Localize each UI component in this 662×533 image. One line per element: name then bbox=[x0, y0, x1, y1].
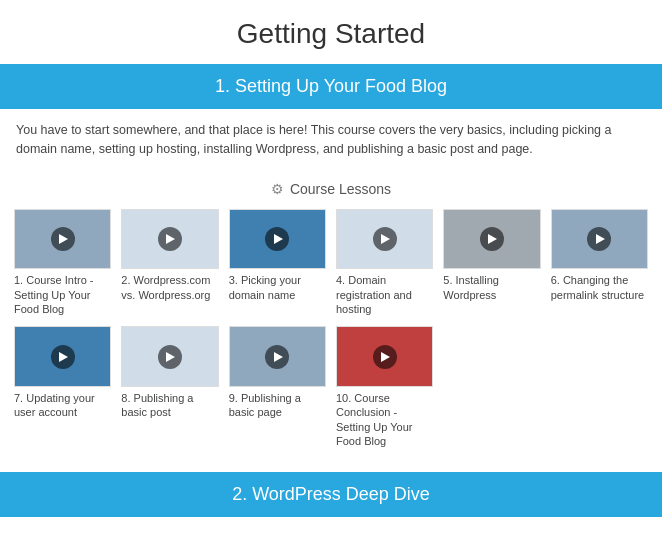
section-1-description: You have to start somewhere, and that pl… bbox=[0, 109, 662, 171]
play-icon bbox=[381, 352, 390, 362]
lesson-label: 9. Publishing a basic page bbox=[229, 391, 326, 420]
play-icon bbox=[59, 352, 68, 362]
play-button[interactable] bbox=[51, 345, 75, 369]
lesson-thumbnail[interactable] bbox=[336, 326, 433, 387]
play-icon bbox=[596, 234, 605, 244]
play-button[interactable] bbox=[265, 345, 289, 369]
section-1: 1. Setting Up Your Food Blog You have to… bbox=[0, 64, 662, 464]
lessons-grid: 1. Course Intro - Setting Up Your Food B… bbox=[0, 209, 662, 465]
play-button[interactable] bbox=[587, 227, 611, 251]
lesson-item[interactable]: 1. Course Intro - Setting Up Your Food B… bbox=[14, 209, 111, 317]
lesson-item[interactable]: 10. Course Conclusion - Setting Up Your … bbox=[336, 326, 433, 448]
play-icon bbox=[488, 234, 497, 244]
lesson-thumbnail[interactable] bbox=[121, 326, 218, 387]
lesson-label: 4. Domain registration and hosting bbox=[336, 273, 433, 316]
play-button[interactable] bbox=[480, 227, 504, 251]
play-icon bbox=[274, 234, 283, 244]
lesson-item[interactable]: 8. Publishing a basic post bbox=[121, 326, 218, 448]
lesson-item[interactable]: 5. Installing Wordpress bbox=[443, 209, 540, 317]
play-button[interactable] bbox=[158, 345, 182, 369]
lesson-label: 5. Installing Wordpress bbox=[443, 273, 540, 302]
lesson-item[interactable]: 7. Updating your user account bbox=[14, 326, 111, 448]
section-2-header: 2. WordPress Deep Dive bbox=[0, 472, 662, 517]
lesson-label: 10. Course Conclusion - Setting Up Your … bbox=[336, 391, 433, 448]
play-icon bbox=[166, 352, 175, 362]
lesson-label: 2. Wordpress.com vs. Wordpress.org bbox=[121, 273, 218, 302]
lesson-label: 8. Publishing a basic post bbox=[121, 391, 218, 420]
play-icon bbox=[166, 234, 175, 244]
lesson-thumbnail[interactable] bbox=[14, 209, 111, 270]
play-icon bbox=[59, 234, 68, 244]
lesson-thumbnail[interactable] bbox=[443, 209, 540, 270]
play-button[interactable] bbox=[373, 227, 397, 251]
gear-icon: ⚙ bbox=[271, 181, 284, 197]
lesson-label: 6. Changing the permalink structure bbox=[551, 273, 648, 302]
play-icon bbox=[381, 234, 390, 244]
section-1-header: 1. Setting Up Your Food Blog bbox=[0, 64, 662, 109]
section-2: 2. WordPress Deep Dive As a food blogger… bbox=[0, 472, 662, 533]
play-button[interactable] bbox=[158, 227, 182, 251]
play-icon bbox=[274, 352, 283, 362]
lesson-thumbnail[interactable] bbox=[551, 209, 648, 270]
lesson-item[interactable]: 2. Wordpress.com vs. Wordpress.org bbox=[121, 209, 218, 317]
lesson-item[interactable]: 4. Domain registration and hosting bbox=[336, 209, 433, 317]
lesson-label: 1. Course Intro - Setting Up Your Food B… bbox=[14, 273, 111, 316]
lesson-label: 3. Picking your domain name bbox=[229, 273, 326, 302]
lesson-thumbnail[interactable] bbox=[229, 326, 326, 387]
play-button[interactable] bbox=[373, 345, 397, 369]
lesson-item[interactable]: 6. Changing the permalink structure bbox=[551, 209, 648, 317]
lesson-label: 7. Updating your user account bbox=[14, 391, 111, 420]
lesson-thumbnail[interactable] bbox=[229, 209, 326, 270]
lesson-item[interactable]: 3. Picking your domain name bbox=[229, 209, 326, 317]
lessons-title: ⚙ Course Lessons bbox=[0, 171, 662, 209]
lesson-thumbnail[interactable] bbox=[121, 209, 218, 270]
page-title: Getting Started bbox=[0, 0, 662, 64]
lesson-thumbnail[interactable] bbox=[336, 209, 433, 270]
play-button[interactable] bbox=[265, 227, 289, 251]
play-button[interactable] bbox=[51, 227, 75, 251]
lesson-thumbnail[interactable] bbox=[14, 326, 111, 387]
section-2-description: As a food blogger, you're going to be sp… bbox=[0, 517, 662, 533]
lesson-item[interactable]: 9. Publishing a basic page bbox=[229, 326, 326, 448]
